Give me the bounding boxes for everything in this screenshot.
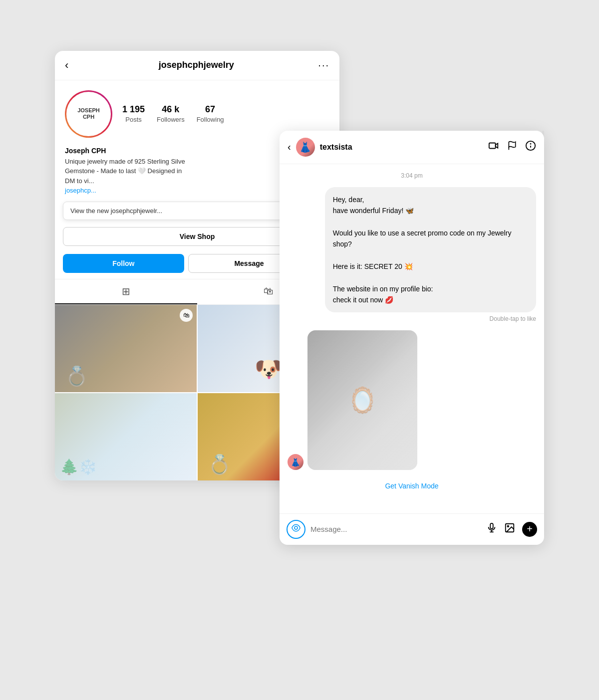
gallery-icon[interactable] [504,522,515,536]
followers-label: Followers [157,116,185,123]
sender-avatar: 👗 [288,454,303,470]
tab-grid[interactable]: ⊞ [55,279,197,304]
avatar: JOSEPH CPH [66,92,111,136]
following-count: 67 [197,104,224,115]
chat-timestamp: 3:04 pm [288,172,536,179]
posts-count: 1 195 [122,104,145,115]
flag-icon[interactable] [507,140,517,154]
following-label: Following [197,116,224,123]
vanish-mode-button[interactable]: Get Vanish Mode [288,478,536,494]
stat-followers: 46 k Followers [157,104,185,124]
grid-photo-1[interactable]: 🛍 💍 [55,305,197,392]
message-bubble[interactable]: Hey, dear,have wonderful Friday! 🦋Would … [325,187,536,313]
chat-header-icons [488,140,536,154]
bio-link[interactable]: josephcp... [65,187,96,194]
sender-avatar-image: 👗 [288,454,303,470]
message-image-container: 👗 🪞 [288,330,536,470]
avatar-text: JOSEPH CPH [77,107,100,120]
posts-label: Posts [125,116,142,123]
svg-rect-6 [490,523,493,528]
double-tap-label: Double-tap to like [325,315,536,322]
message-input[interactable] [310,525,481,533]
chat-username: textsista [320,143,483,152]
more-button[interactable]: ··· [318,59,329,71]
info-icon[interactable] [525,140,536,154]
mirror-room-image: 🪞 [307,330,417,470]
stats-row: 1 195 Posts 46 k Followers 67 Following [122,104,329,124]
input-actions: + [486,522,537,537]
microphone-icon[interactable] [486,522,497,536]
message-image[interactable]: 🪞 [307,330,417,470]
camera-button[interactable] [287,520,305,539]
chat-input-bar: + [280,513,544,545]
shop-badge-1: 🛍 [180,309,193,322]
follow-button[interactable]: Follow [63,254,184,273]
plus-button[interactable]: + [522,522,537,537]
chat-back-button[interactable]: ‹ [288,141,291,153]
chat-avatar: 👗 [296,138,315,157]
chat-body: 3:04 pm Hey, dear,have wonderful Friday!… [280,164,544,513]
profile-username: josephcphjewelry [74,60,318,70]
svg-point-10 [507,525,509,527]
video-call-icon[interactable] [488,140,499,154]
grid-photo-3[interactable]: 🌲❄️ [55,393,197,480]
svg-point-5 [295,526,298,529]
stat-posts: 1 195 Posts [122,104,145,124]
chat-header: ‹ 👗 textsista [280,131,544,164]
grid-icon: ⊞ [122,285,130,297]
avatar-ring: JOSEPH CPH [65,90,112,138]
chat-avatar-image: 👗 [296,138,315,157]
chat-card: ‹ 👗 textsista [280,131,544,545]
followers-count: 46 k [157,104,185,115]
back-button[interactable]: ‹ [65,59,68,72]
profile-header: ‹ josephcphjewelry ··· [55,51,339,80]
stat-following: 67 Following [197,104,224,124]
shop-icon: 🛍 [264,285,274,297]
camera-icon [292,523,300,535]
svg-rect-0 [489,143,496,149]
